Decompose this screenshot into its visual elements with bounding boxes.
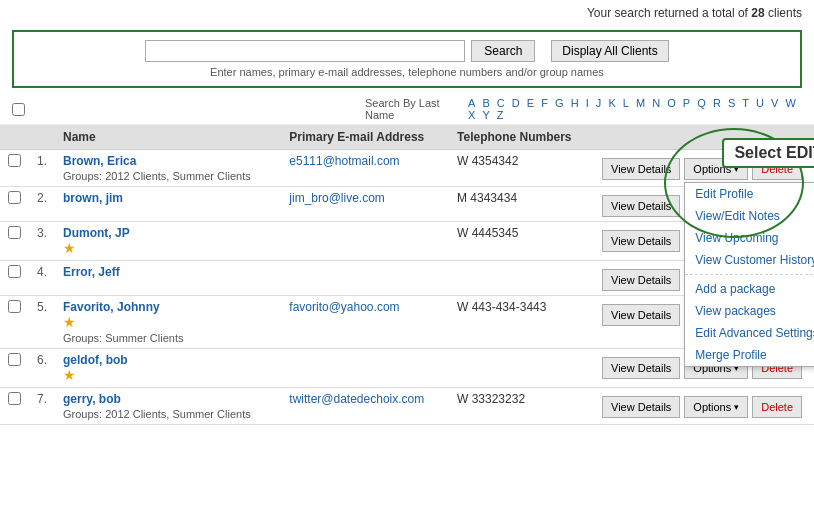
client-email[interactable]: jim_bro@live.com (289, 191, 385, 205)
alphabet-letter-y[interactable]: Y (480, 109, 491, 121)
callout-label: Select EDIT PROFILE (722, 138, 814, 168)
dropdown-item-edit-advanced[interactable]: Edit Advanced Settings (685, 322, 814, 344)
row-number: 2. (29, 187, 55, 222)
table-row: 7.gerry, bobGroups: 2012 Clients, Summer… (0, 388, 814, 425)
alphabet-letter-l[interactable]: L (621, 97, 631, 109)
client-email-empty (281, 261, 449, 296)
alphabet-letter-w[interactable]: W (784, 97, 798, 109)
client-email-empty (281, 349, 449, 388)
client-name[interactable]: geldof, bob (63, 353, 128, 367)
dropdown-item-view-edit-notes[interactable]: View/Edit Notes (685, 205, 814, 227)
client-name[interactable]: brown, jim (63, 191, 123, 205)
view-details-button[interactable]: View Details (602, 396, 680, 418)
search-input-row: Search Display All Clients (145, 40, 668, 62)
row-checkbox[interactable] (8, 392, 21, 405)
client-phone: W 4445345 (449, 222, 594, 261)
alphabet-label: Search By Last Name (365, 97, 461, 121)
view-details-button[interactable]: View Details (602, 357, 680, 379)
dropdown-divider (685, 274, 814, 275)
client-name[interactable]: Favorito, Johnny (63, 300, 160, 314)
view-details-button[interactable]: View Details (602, 230, 680, 252)
client-phone: W 443-434-3443 (449, 296, 594, 349)
search-button[interactable]: Search (471, 40, 535, 62)
view-details-button[interactable]: View Details (602, 158, 680, 180)
view-details-button[interactable]: View Details (602, 269, 680, 291)
row-number: 4. (29, 261, 55, 296)
row-checkbox[interactable] (8, 154, 21, 167)
search-input[interactable] (145, 40, 465, 62)
view-details-button[interactable]: View Details (602, 195, 680, 217)
client-name[interactable]: gerry, bob (63, 392, 121, 406)
row-actions: View DetailsOptions ▾Delete (602, 392, 806, 418)
alphabet-letter-h[interactable]: H (569, 97, 581, 109)
alphabet-letter-r[interactable]: R (711, 97, 723, 109)
row-number: 6. (29, 349, 55, 388)
options-button[interactable]: Options ▾ (684, 396, 748, 418)
alphabet-letter-s[interactable]: S (726, 97, 737, 109)
alphabet-letter-g[interactable]: G (553, 97, 566, 109)
client-phone: M 4343434 (449, 187, 594, 222)
table-row: 1.Brown, EricaGroups: 2012 Clients, Summ… (0, 150, 814, 187)
alphabet-letter-a[interactable]: A (466, 97, 477, 109)
client-name[interactable]: Brown, Erica (63, 154, 136, 168)
row-number: 1. (29, 150, 55, 187)
alphabet-letter-d[interactable]: D (510, 97, 522, 109)
header-num-col (29, 125, 55, 150)
dropdown-item-view-packages[interactable]: View packages (685, 300, 814, 322)
search-section: Search Display All Clients Enter names, … (12, 30, 802, 88)
alphabet-letter-t[interactable]: T (740, 97, 751, 109)
alphabet-letter-z[interactable]: Z (495, 109, 506, 121)
delete-button[interactable]: Delete (752, 396, 802, 418)
caret-icon: ▾ (734, 402, 739, 412)
alphabet-letter-o[interactable]: O (665, 97, 678, 109)
table-header-row: Name Primary E-mail Address Telephone Nu… (0, 125, 814, 150)
row-checkbox[interactable] (8, 265, 21, 278)
alphabet-letter-u[interactable]: U (754, 97, 766, 109)
clients-table: Name Primary E-mail Address Telephone Nu… (0, 125, 814, 425)
client-email-empty (281, 222, 449, 261)
row-checkbox[interactable] (8, 300, 21, 313)
dropdown-item-view-upcoming[interactable]: View Upcoming (685, 227, 814, 249)
alphabet-letter-q[interactable]: Q (695, 97, 708, 109)
top-bar: Your search returned a total of 28 clien… (0, 0, 814, 26)
alphabet-letters: A B C D E F G H I J K L M N O P Q R S T … (466, 97, 802, 121)
options-dropdown-container: Options ▾Select EDIT PROFILEEdit Profile… (684, 158, 748, 180)
client-groups: Groups: Summer Clients (63, 332, 273, 344)
alphabet-letter-i[interactable]: I (584, 97, 591, 109)
select-all-checkbox[interactable] (12, 103, 25, 116)
row-checkbox[interactable] (8, 191, 21, 204)
row-checkbox[interactable] (8, 226, 21, 239)
dropdown-item-merge-profile[interactable]: Merge Profile (685, 344, 814, 366)
dropdown-item-view-customer-history[interactable]: View Customer History (685, 249, 814, 271)
alphabet-letter-j[interactable]: J (594, 97, 604, 109)
client-name[interactable]: Dumont, JP (63, 226, 130, 240)
alphabet-letter-m[interactable]: M (634, 97, 647, 109)
client-email[interactable]: e5111@hotmail.com (289, 154, 399, 168)
header-email: Primary E-mail Address (281, 125, 449, 150)
alphabet-letter-x[interactable]: X (466, 109, 477, 121)
client-phone (449, 349, 594, 388)
star-icon: ★ (63, 367, 273, 383)
row-number: 3. (29, 222, 55, 261)
alphabet-letter-e[interactable]: E (525, 97, 536, 109)
client-name[interactable]: Error, Jeff (63, 265, 120, 279)
client-groups: Groups: 2012 Clients, Summer Clients (63, 408, 273, 420)
row-actions: View DetailsOptions ▾Select EDIT PROFILE… (602, 154, 806, 180)
dropdown-item-edit-profile[interactable]: Edit Profile (685, 183, 814, 205)
client-email[interactable]: favorito@yahoo.com (289, 300, 399, 314)
header-checkbox-col (0, 125, 29, 150)
client-email[interactable]: twitter@datedechoix.com (289, 392, 424, 406)
alphabet-letter-v[interactable]: V (769, 97, 780, 109)
alphabet-letter-p[interactable]: P (681, 97, 692, 109)
alphabet-letter-k[interactable]: K (606, 97, 617, 109)
display-all-button[interactable]: Display All Clients (551, 40, 668, 62)
view-details-button[interactable]: View Details (602, 304, 680, 326)
alphabet-letter-f[interactable]: F (539, 97, 550, 109)
alphabet-letter-b[interactable]: B (480, 97, 491, 109)
row-number: 5. (29, 296, 55, 349)
alphabet-letter-c[interactable]: C (495, 97, 507, 109)
alphabet-letter-n[interactable]: N (650, 97, 662, 109)
dropdown-item-add-package[interactable]: Add a package (685, 278, 814, 300)
client-groups: Groups: 2012 Clients, Summer Clients (63, 170, 273, 182)
row-checkbox[interactable] (8, 353, 21, 366)
